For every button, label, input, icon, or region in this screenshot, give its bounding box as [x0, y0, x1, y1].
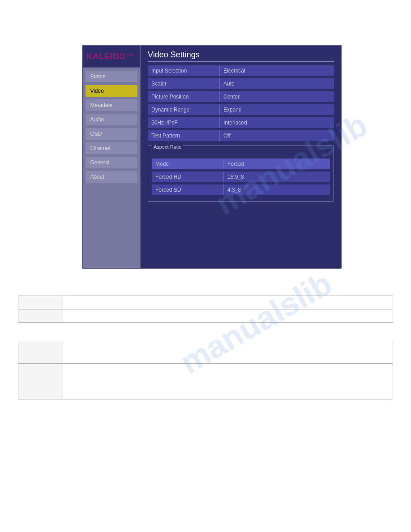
table-row: [18, 364, 393, 399]
bottom-table-2: [18, 341, 393, 399]
table-row: [18, 309, 393, 323]
nav-menu: Status Video Metadata Audio OSD Ethernet…: [83, 71, 140, 183]
aspect-ratio-section: Aspect Ratio Mode Forced Forced HD 16:9_…: [148, 146, 334, 202]
aspect-mode-value: Forced: [223, 159, 330, 169]
nav-audio[interactable]: Audio: [86, 114, 137, 125]
nav-status[interactable]: Status: [86, 71, 137, 82]
aspect-ratio-title: Aspect Ratio: [152, 144, 183, 150]
nav-metadata[interactable]: Metadata: [86, 99, 137, 111]
table-cell: [63, 296, 393, 309]
settings-list: Input Selection Electrical Scaler Auto P…: [148, 65, 334, 141]
forced-sd-value: 4:3_8: [223, 184, 330, 195]
table-cell: [63, 341, 393, 364]
picture-position-value: Center: [219, 91, 334, 102]
nav-ethernet[interactable]: Ethernet: [86, 142, 137, 154]
table-cell: [18, 341, 63, 364]
bottom-table-1: [18, 296, 393, 323]
test-pattern-value: Off: [219, 130, 334, 141]
test-pattern-label: Test Pattern: [148, 130, 219, 141]
nav-osd[interactable]: OSD: [86, 128, 137, 140]
nav-general[interactable]: General: [86, 157, 137, 168]
nav-video[interactable]: Video: [86, 85, 137, 97]
50hz-value: Interlaced: [219, 117, 334, 128]
sidebar: KALEIDO Solo Status Video Metadata Audio…: [83, 46, 141, 268]
content-area: Video Settings manualslib Input Selectio…: [141, 46, 341, 268]
input-selection-value: Electrical: [219, 65, 334, 76]
table-cell: [18, 309, 63, 323]
picture-position-label: Picture Position: [148, 91, 219, 102]
aspect-mode-row: Mode Forced: [152, 159, 330, 169]
table-row: [18, 341, 393, 364]
page-title: Video Settings: [148, 50, 334, 62]
dynamic-range-value: Expand: [219, 104, 334, 115]
table-row: [18, 296, 393, 309]
table-cell: [63, 309, 393, 323]
50hz-label: 50Hz i/PsF: [148, 117, 219, 128]
table-cell: [18, 296, 63, 309]
forced-sd-row: Forced SD 4:3_8: [152, 184, 330, 195]
setting-dynamic-range: Dynamic Range Expand: [148, 104, 334, 115]
logo-area: KALEIDO Solo: [83, 46, 140, 68]
forced-hd-value: 16:9_8: [223, 172, 330, 182]
setting-scaler: Scaler Auto: [148, 78, 334, 89]
table-cell: [18, 364, 63, 399]
aspect-mode-label: Mode: [152, 159, 223, 169]
dynamic-range-label: Dynamic Range: [148, 104, 219, 115]
bottom-section: manualslib: [18, 296, 393, 417]
input-selection-label: Input Selection: [148, 65, 219, 76]
forced-sd-label: Forced SD: [152, 184, 223, 195]
setting-test-pattern: Test Pattern Off: [148, 130, 334, 141]
forced-hd-label: Forced HD: [152, 172, 223, 182]
main-panel: KALEIDO Solo Status Video Metadata Audio…: [82, 45, 342, 269]
scaler-label: Scaler: [148, 78, 219, 89]
forced-hd-row: Forced HD 16:9_8: [152, 172, 330, 182]
setting-picture-position: Picture Position Center: [148, 91, 334, 102]
nav-about[interactable]: About: [86, 171, 137, 183]
brand-name: KALEIDO: [86, 52, 126, 61]
table-cell: [63, 364, 393, 399]
brand-sub: Solo: [127, 53, 134, 57]
setting-50hz: 50Hz i/PsF Interlaced: [148, 117, 334, 128]
scaler-value: Auto: [219, 78, 334, 89]
setting-input-selection: Input Selection Electrical: [148, 65, 334, 76]
